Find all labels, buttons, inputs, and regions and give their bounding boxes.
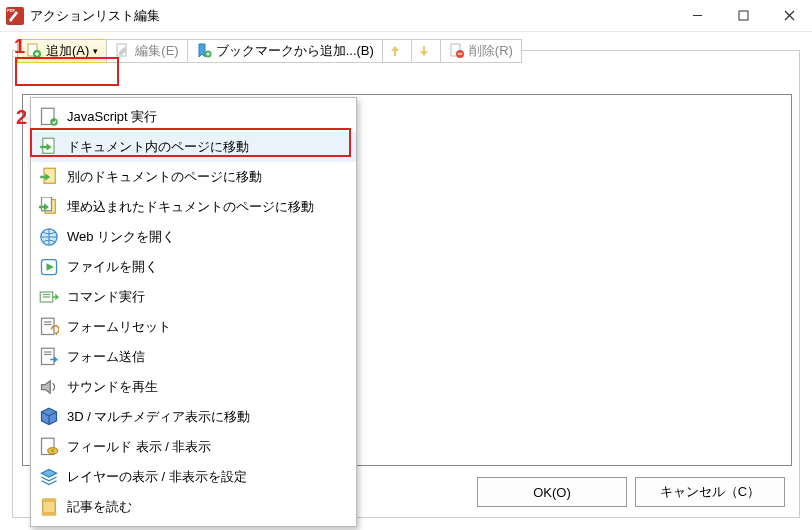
menu-item-form-reset[interactable]: フォームリセット bbox=[31, 312, 356, 342]
play-file-icon bbox=[39, 257, 59, 277]
field-eye-icon bbox=[39, 437, 59, 457]
form-submit-icon bbox=[39, 347, 59, 367]
move-up-button[interactable] bbox=[382, 39, 411, 63]
script-icon bbox=[39, 107, 59, 127]
cube-icon bbox=[39, 407, 59, 427]
add-from-bookmark-button[interactable]: ブックマークから追加...(B) bbox=[187, 39, 382, 63]
menu-item-label: 別のドキュメントのページに移動 bbox=[67, 168, 262, 186]
scroll-icon bbox=[39, 497, 59, 517]
pencil-page-icon bbox=[115, 43, 131, 59]
svg-text:PDF: PDF bbox=[7, 8, 16, 13]
menu-item-goto-page-other-doc[interactable]: 別のドキュメントのページに移動 bbox=[31, 162, 356, 192]
plus-page-icon bbox=[26, 43, 42, 59]
menu-item-label: 3D / マルチメディア表示に移動 bbox=[67, 408, 250, 426]
chevron-down-icon: ▾ bbox=[93, 46, 98, 56]
delete-button-label: 削除(R) bbox=[469, 42, 513, 60]
bookmark-plus-icon bbox=[196, 43, 212, 59]
menu-item-label: レイヤーの表示 / 非表示を設定 bbox=[67, 468, 247, 486]
svg-rect-39 bbox=[42, 512, 57, 516]
menu-item-run-javascript[interactable]: JavaScript 実行 bbox=[31, 102, 356, 132]
arrow-down-icon bbox=[416, 43, 432, 59]
svg-rect-38 bbox=[42, 498, 57, 502]
menu-item-label: 埋め込まれたドキュメントのページに移動 bbox=[67, 198, 314, 216]
menu-item-run-command[interactable]: コマンド実行 bbox=[31, 282, 356, 312]
menu-item-label: ドキュメント内のページに移動 bbox=[67, 138, 249, 156]
menu-item-layer-visibility[interactable]: レイヤーの表示 / 非表示を設定 bbox=[31, 462, 356, 492]
cancel-button[interactable]: キャンセル（C） bbox=[635, 477, 785, 507]
menu-item-goto-embedded-doc[interactable]: 埋め込まれたドキュメントのページに移動 bbox=[31, 192, 356, 222]
menu-item-open-weblink[interactable]: Web リンクを開く bbox=[31, 222, 356, 252]
menu-item-label: ファイルを開く bbox=[67, 258, 158, 276]
svg-rect-3 bbox=[739, 11, 748, 20]
add-button[interactable]: 追加(A) ▾ bbox=[17, 39, 106, 63]
embedded-doc-icon bbox=[39, 197, 59, 217]
menu-item-label: Web リンクを開く bbox=[67, 228, 175, 246]
delete-button[interactable]: 削除(R) bbox=[440, 39, 522, 63]
page-go-icon bbox=[39, 137, 59, 157]
menu-item-field-visibility[interactable]: フィールド 表示 / 非表示 bbox=[31, 432, 356, 462]
edit-button[interactable]: 編集(E) bbox=[106, 39, 186, 63]
add-action-menu: JavaScript 実行 ドキュメント内のページに移動 別のドキュメントのペー… bbox=[30, 97, 357, 527]
svg-point-18 bbox=[50, 118, 58, 126]
app-icon: PDF bbox=[6, 7, 24, 25]
menu-item-goto-3d-view[interactable]: 3D / マルチメディア表示に移動 bbox=[31, 402, 356, 432]
add-from-bookmark-label: ブックマークから追加...(B) bbox=[216, 42, 374, 60]
maximize-button[interactable] bbox=[720, 0, 766, 32]
menu-item-label: フォームリセット bbox=[67, 318, 171, 336]
menu-item-read-article[interactable]: 記事を読む bbox=[31, 492, 356, 522]
speaker-icon bbox=[39, 377, 59, 397]
window-title: アクションリスト編集 bbox=[30, 7, 160, 25]
titlebar: PDF アクションリスト編集 bbox=[0, 0, 812, 32]
menu-item-play-sound[interactable]: サウンドを再生 bbox=[31, 372, 356, 402]
doc-go-icon bbox=[39, 167, 59, 187]
toolbar: 追加(A) ▾ 編集(E) ブックマークから追加...(B) bbox=[17, 39, 522, 63]
menu-item-form-submit[interactable]: フォーム送信 bbox=[31, 342, 356, 372]
minimize-button[interactable] bbox=[674, 0, 720, 32]
menu-item-goto-page-in-doc[interactable]: ドキュメント内のページに移動 bbox=[31, 132, 356, 162]
globe-icon bbox=[39, 227, 59, 247]
move-down-button[interactable] bbox=[411, 39, 440, 63]
menu-item-label: サウンドを再生 bbox=[67, 378, 158, 396]
menu-item-label: JavaScript 実行 bbox=[67, 108, 157, 126]
menu-item-open-file[interactable]: ファイルを開く bbox=[31, 252, 356, 282]
close-button[interactable] bbox=[766, 0, 812, 32]
arrow-up-icon bbox=[387, 43, 403, 59]
dialog-buttons: OK(O) キャンセル（C） bbox=[477, 477, 785, 507]
edit-button-label: 編集(E) bbox=[135, 42, 178, 60]
ok-button[interactable]: OK(O) bbox=[477, 477, 627, 507]
add-button-label: 追加(A) bbox=[46, 42, 89, 60]
menu-item-label: コマンド実行 bbox=[67, 288, 145, 306]
layers-icon bbox=[39, 467, 59, 487]
menu-item-label: 記事を読む bbox=[67, 498, 132, 516]
svg-rect-31 bbox=[42, 348, 55, 364]
menu-item-label: フォーム送信 bbox=[67, 348, 145, 366]
menu-item-label: フィールド 表示 / 非表示 bbox=[67, 438, 211, 456]
form-reset-icon bbox=[39, 317, 59, 337]
minus-page-icon bbox=[449, 43, 465, 59]
svg-point-36 bbox=[52, 450, 55, 453]
command-icon bbox=[39, 287, 59, 307]
